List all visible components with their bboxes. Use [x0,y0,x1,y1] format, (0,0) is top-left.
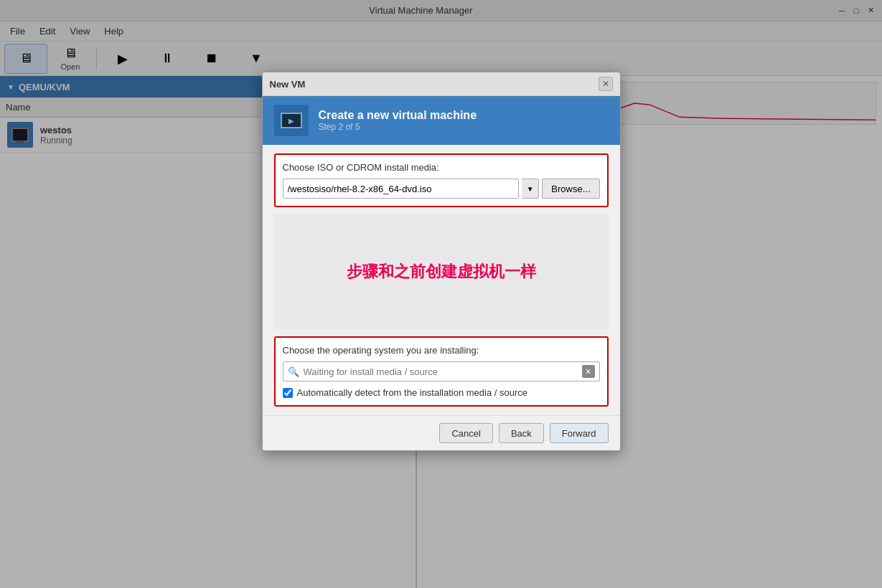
modal-titlebar: New VM ✕ [263,72,620,96]
auto-detect-checkbox[interactable] [283,388,293,398]
search-icon: 🔍 [288,366,299,377]
iso-dropdown-button[interactable]: ▼ [522,179,539,199]
os-label: Choose the operating system you are inst… [283,345,600,356]
os-section: Choose the operating system you are inst… [274,336,609,407]
modal-body: Choose ISO or CDROM install media: ▼ Bro… [263,145,620,415]
os-clear-button[interactable]: ✕ [582,365,595,378]
modal-overlay: New VM ✕ Create a new virtual machine St… [0,0,882,588]
choose-media-label: Choose ISO or CDROM install media: [283,162,600,173]
browse-button[interactable]: Browse... [542,179,599,199]
auto-detect-row: Automatically detect from the installati… [283,387,600,398]
banner-vm-icon [274,105,309,136]
watermark-text: 步骤和之前创建虚拟机一样 [347,261,536,283]
iso-input-row: ▼ Browse... [283,179,600,199]
modal-title: New VM [270,79,306,90]
banner-text: Create a new virtual machine Step 2 of 5 [319,109,477,132]
modal-footer: Cancel Back Forward [263,415,620,450]
os-search-row: 🔍 ✕ [283,361,600,381]
iso-section: Choose ISO or CDROM install media: ▼ Bro… [274,153,609,207]
banner-step: Step 2 of 5 [319,122,477,132]
os-search-input[interactable] [304,366,578,377]
banner-screen-icon [281,113,302,128]
banner-title: Create a new virtual machine [319,109,477,122]
forward-button[interactable]: Forward [550,423,609,443]
middle-area: 步骤和之前创建虚拟机一样 [274,214,609,329]
new-vm-modal: New VM ✕ Create a new virtual machine St… [262,72,621,451]
back-button[interactable]: Back [499,423,544,443]
iso-path-input[interactable] [283,179,520,199]
auto-detect-label: Automatically detect from the installati… [297,387,528,398]
cancel-button[interactable]: Cancel [439,423,492,443]
modal-close-button[interactable]: ✕ [599,77,613,91]
modal-banner: Create a new virtual machine Step 2 of 5 [263,96,620,145]
